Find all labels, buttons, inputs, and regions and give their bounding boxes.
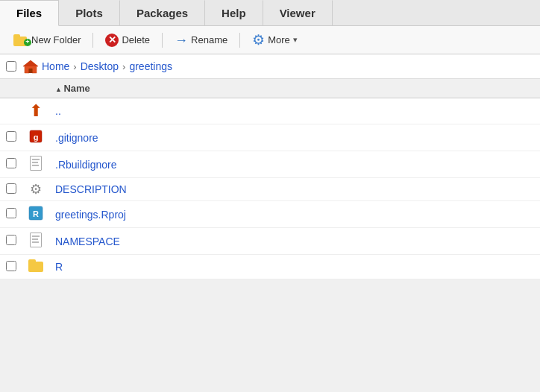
file-link-rproj[interactable]: greetings.Rproj — [55, 209, 126, 221]
breadcrumb-sep-1: › — [73, 61, 76, 72]
rename-icon: → — [175, 34, 188, 47]
col-check — [0, 79, 22, 98]
row-icon-cell: g — [22, 124, 49, 151]
file-link-up[interactable]: .. — [55, 105, 61, 117]
breadcrumb-sep-2: › — [122, 61, 125, 72]
more-button[interactable]: ⚙ More ▾ — [246, 31, 304, 49]
breadcrumb-current: greetings — [129, 60, 172, 72]
delete-icon: ✕ — [105, 34, 119, 47]
table-row: R — [0, 255, 540, 279]
file-link-description[interactable]: DESCRIPTION — [55, 183, 127, 195]
row-checkbox[interactable] — [6, 208, 16, 218]
table-row: g .gitignore — [0, 124, 540, 151]
breadcrumb-desktop[interactable]: Desktop — [81, 60, 119, 72]
row-icon-cell: R — [22, 201, 49, 228]
rename-button[interactable]: → Rename — [169, 31, 233, 49]
toolbar-separator-3 — [239, 33, 240, 48]
row-checkbox[interactable] — [6, 183, 16, 194]
new-folder-icon: + — [13, 34, 28, 46]
row-name-cell[interactable]: .. — [49, 98, 540, 124]
svg-text:R: R — [33, 209, 39, 218]
row-check-cell[interactable] — [0, 228, 22, 255]
file-table: Name ⬆ .. g — [0, 79, 540, 279]
home-icon — [22, 59, 39, 74]
tab-viewer[interactable]: Viewer — [263, 0, 333, 25]
tab-plots[interactable]: Plots — [59, 0, 120, 25]
svg-rect-2 — [29, 69, 33, 73]
table-row: R greetings.Rproj — [0, 201, 540, 228]
row-icon-cell — [22, 151, 49, 178]
row-icon-cell — [22, 255, 49, 279]
row-check-cell[interactable] — [0, 151, 22, 178]
svg-text:g: g — [34, 133, 39, 142]
table-row: ⚙ DESCRIPTION — [0, 178, 540, 201]
row-name-cell[interactable]: DESCRIPTION — [49, 178, 540, 201]
row-check-cell[interactable] — [0, 201, 22, 228]
row-check-cell — [0, 98, 22, 124]
col-icon — [22, 79, 49, 98]
toolbar-separator-2 — [162, 33, 163, 48]
row-name-cell[interactable]: .Rbuildignore — [49, 151, 540, 178]
row-check-cell[interactable] — [0, 124, 22, 151]
row-check-cell[interactable] — [0, 255, 22, 279]
row-name-cell[interactable]: greetings.Rproj — [49, 201, 540, 228]
row-name-cell[interactable]: R — [49, 255, 540, 279]
tab-files[interactable]: Files — [0, 0, 59, 26]
row-icon-cell: ⬆ — [22, 98, 49, 124]
toolbar: + New Folder ✕ Delete → Rename ⚙ More ▾ — [0, 26, 540, 54]
text-file-icon — [30, 156, 42, 171]
row-checkbox[interactable] — [6, 131, 16, 142]
gear-file-icon: ⚙ — [30, 183, 42, 196]
text-file-icon-2 — [30, 233, 42, 247]
row-check-cell[interactable] — [0, 178, 22, 201]
table-row: ⬆ .. — [0, 98, 540, 124]
row-checkbox[interactable] — [6, 261, 16, 271]
tab-help[interactable]: Help — [205, 0, 263, 25]
up-arrow-icon: ⬆ — [29, 103, 43, 119]
row-icon-cell: ⚙ — [22, 178, 49, 201]
toolbar-separator-1 — [92, 33, 93, 48]
table-row: NAMESPACE — [0, 228, 540, 255]
row-checkbox[interactable] — [6, 235, 16, 245]
breadcrumb-home[interactable]: Home — [42, 60, 69, 72]
rproj-icon: R — [28, 206, 43, 221]
tab-packages[interactable]: Packages — [120, 0, 205, 25]
file-link-rbuildignore[interactable]: .Rbuildignore — [55, 159, 117, 171]
svg-marker-1 — [23, 60, 38, 66]
row-icon-cell — [22, 228, 49, 255]
delete-button[interactable]: ✕ Delete — [99, 31, 156, 49]
new-folder-button[interactable]: + New Folder — [7, 32, 87, 48]
chevron-down-icon: ▾ — [293, 35, 298, 45]
file-link-r[interactable]: R — [55, 261, 63, 273]
row-name-cell[interactable]: NAMESPACE — [49, 228, 540, 255]
col-name[interactable]: Name — [49, 79, 540, 98]
file-link-gitignore[interactable]: .gitignore — [55, 132, 98, 144]
file-link-namespace[interactable]: NAMESPACE — [55, 235, 120, 247]
row-checkbox[interactable] — [6, 158, 16, 168]
tab-bar: Files Plots Packages Help Viewer — [0, 0, 540, 26]
folder-icon — [28, 259, 43, 272]
git-icon: g — [28, 129, 43, 144]
gear-icon: ⚙ — [252, 33, 265, 47]
breadcrumb-bar: Home › Desktop › greetings — [0, 54, 540, 79]
table-row: .Rbuildignore — [0, 151, 540, 178]
select-all-checkbox[interactable] — [6, 61, 16, 72]
row-name-cell[interactable]: .gitignore — [49, 124, 540, 151]
